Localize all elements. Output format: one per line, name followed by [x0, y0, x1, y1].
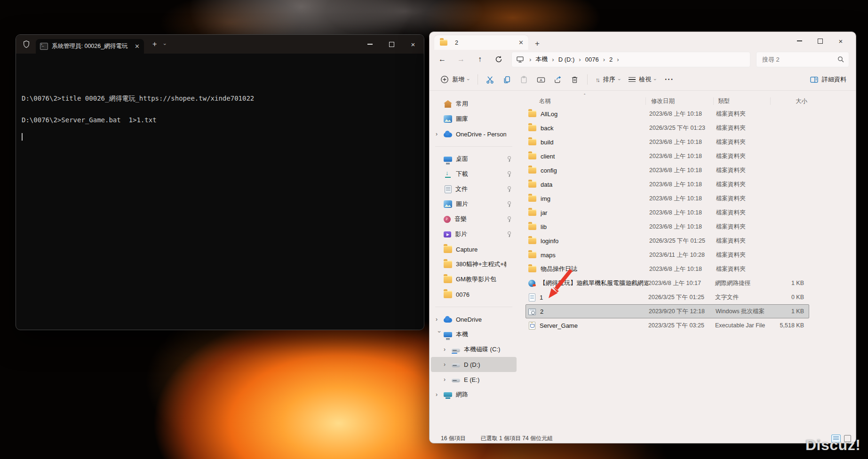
back-button[interactable]: ←: [436, 55, 448, 63]
file-row[interactable]: data 2023/6/8 上午 10:18 檔案資料夾: [526, 177, 809, 191]
explorer-minimize-button[interactable]: [789, 32, 810, 50]
sidebar-item[interactable]: › OneDrive - Personal: [431, 127, 517, 142]
file-row[interactable]: config 2023/6/8 上午 10:18 檔案資料夾: [526, 163, 809, 177]
breadcrumb-separator: ›: [603, 56, 605, 63]
file-row[interactable]: loginfo 2026/3/25 下午 01:25 檔案資料夾: [526, 234, 809, 248]
file-row[interactable]: maps 2023/6/11 上午 10:28 檔案資料夾: [526, 248, 809, 262]
cut-button[interactable]: [482, 72, 499, 87]
details-pane-button[interactable]: 詳細資料: [810, 75, 849, 84]
column-divider[interactable]: [713, 97, 714, 105]
copy-button[interactable]: [499, 72, 516, 87]
file-type: 檔案資料夾: [716, 265, 778, 273]
sidebar-item[interactable]: 文件: [431, 182, 517, 197]
share-button[interactable]: [549, 72, 566, 87]
sidebar-item[interactable]: 0076: [431, 287, 517, 302]
terminal-new-tab-button[interactable]: +: [152, 40, 157, 48]
sidebar-item[interactable]: › OneDrive: [431, 312, 517, 327]
sidebar-item[interactable]: 380貓神+主程式+教學+教: [431, 257, 517, 272]
sidebar-item[interactable]: 下載: [431, 166, 517, 182]
explorer-new-tab-button[interactable]: +: [535, 40, 540, 47]
file-date-modified: 2023/6/8 上午 10:17: [648, 279, 715, 287]
chevron-right-icon[interactable]: ›: [436, 331, 443, 338]
pin-icon: [506, 276, 513, 283]
file-row[interactable]: img 2023/6/8 上午 10:18 檔案資料夾: [526, 191, 809, 206]
file-row[interactable]: jar 2023/6/8 上午 10:18 檔案資料夾: [526, 206, 809, 220]
view-button[interactable]: 檢視 ›: [624, 72, 661, 87]
file-row[interactable]: 2 2023/9/20 下午 12:18 Windows 批次檔案 1 KB: [526, 304, 809, 318]
sidebar-item-icon: [444, 200, 452, 208]
chevron-right-icon[interactable]: ›: [436, 316, 443, 323]
sidebar-item[interactable]: › E (E:): [431, 372, 517, 387]
terminal-minimize-button[interactable]: [359, 35, 381, 54]
column-header-size[interactable]: 大小: [771, 97, 807, 105]
explorer-close-button[interactable]: ×: [830, 32, 851, 50]
sidebar-item[interactable]: Capture: [431, 242, 517, 257]
file-date-modified: 2023/6/8 上午 10:18: [649, 138, 716, 146]
sidebar-item[interactable]: › 本機磁碟 (C:): [431, 342, 517, 357]
rename-button[interactable]: A: [533, 72, 549, 87]
chevron-right-icon[interactable]: ›: [436, 131, 443, 137]
sidebar-item[interactable]: 桌面: [431, 151, 517, 166]
file-row[interactable]: back 2026/3/25 下午 01:23 檔案資料夾: [526, 121, 809, 135]
delete-button[interactable]: [566, 72, 583, 87]
chevron-down-icon: ›: [617, 79, 622, 80]
explorer-tab-close-icon[interactable]: ✕: [518, 40, 524, 46]
terminal-tab-dropdown-icon[interactable]: ›: [162, 43, 168, 45]
terminal-titlebar[interactable]: 系統管理員: 00026_網得電玩 ✕ + › ×: [16, 35, 424, 54]
column-header-date[interactable]: 修改日期: [651, 97, 718, 105]
breadcrumb-item[interactable]: 0076: [584, 56, 600, 63]
terminal-maximize-button[interactable]: [381, 35, 402, 54]
breadcrumb-separator: ›: [579, 56, 581, 63]
file-row[interactable]: AllLog 2023/6/8 上午 10:18 檔案資料夾: [526, 107, 809, 121]
sidebar-item-label: 文件: [455, 185, 506, 193]
sidebar-item-icon: [444, 216, 451, 223]
column-divider[interactable]: [645, 97, 646, 105]
terminal-output[interactable]: D:\0076\2>title 00026_網得電玩_https://shope…: [16, 54, 424, 133]
file-row[interactable]: client 2023/6/8 上午 10:18 檔案資料夾: [526, 149, 809, 163]
sidebar-item[interactable]: › 本機: [431, 327, 517, 342]
sidebar-item[interactable]: GM教學影片包: [431, 272, 517, 287]
explorer-maximize-button[interactable]: [810, 32, 830, 50]
search-box[interactable]: [756, 52, 849, 67]
sort-button[interactable]: ↑↓ 排序 ›: [591, 72, 625, 87]
forward-button[interactable]: →: [455, 55, 467, 63]
new-button[interactable]: 新增 ›: [436, 72, 474, 87]
sidebar-item[interactable]: 影片: [431, 227, 517, 242]
chevron-right-icon[interactable]: ›: [444, 376, 451, 383]
file-icon: [528, 280, 535, 287]
explorer-tab[interactable]: 2 ✕: [434, 35, 528, 50]
search-icon: [837, 56, 844, 63]
column-divider[interactable]: [770, 97, 771, 105]
file-row[interactable]: lib 2023/6/8 上午 10:18 檔案資料夾: [526, 220, 809, 234]
terminal-tab[interactable]: 系統管理員: 00026_網得電玩 ✕: [36, 39, 144, 54]
up-button[interactable]: ↑: [474, 55, 486, 63]
paste-button[interactable]: [516, 72, 533, 87]
sidebar-item[interactable]: [435, 307, 512, 307]
breadcrumb-item[interactable]: 本機: [534, 55, 549, 63]
sidebar-item[interactable]: 圖庫: [431, 111, 517, 127]
column-header-name[interactable]: 名稱: [539, 97, 651, 105]
file-row[interactable]: Server_Game 2023/3/25 下午 03:25 Executabl…: [526, 318, 809, 332]
chevron-right-icon[interactable]: ›: [444, 346, 451, 353]
file-type: 網際網路捷徑: [715, 279, 777, 287]
sidebar-item[interactable]: › D (D:): [431, 357, 517, 372]
breadcrumb-item[interactable]: D (D:): [557, 56, 576, 63]
file-row[interactable]: build 2023/6/8 上午 10:18 檔案資料夾: [526, 135, 809, 149]
refresh-button[interactable]: [493, 55, 505, 63]
terminal-tab-close-icon[interactable]: ✕: [135, 43, 140, 49]
column-header-type[interactable]: 類型: [718, 97, 771, 105]
file-date-modified: 2026/3/25 下午 01:25: [649, 237, 716, 245]
breadcrumb[interactable]: › 本機 › D (D:) › 0076 ›: [511, 52, 750, 67]
file-date-modified: 2023/6/8 上午 10:18: [649, 110, 716, 118]
chevron-right-icon[interactable]: ›: [436, 391, 443, 398]
more-options-button[interactable]: ···: [661, 72, 678, 87]
breadcrumb-item[interactable]: 2: [608, 56, 613, 63]
sidebar-item[interactable]: › 網路: [431, 387, 517, 402]
sidebar-item[interactable]: 音樂: [431, 212, 517, 227]
search-input[interactable]: [761, 55, 835, 63]
sidebar-item[interactable]: 圖片: [431, 197, 517, 212]
chevron-right-icon[interactable]: ›: [444, 361, 451, 368]
sidebar-item[interactable]: [435, 146, 512, 147]
sidebar-item[interactable]: 常用: [431, 96, 517, 111]
terminal-close-button[interactable]: ×: [402, 35, 424, 54]
